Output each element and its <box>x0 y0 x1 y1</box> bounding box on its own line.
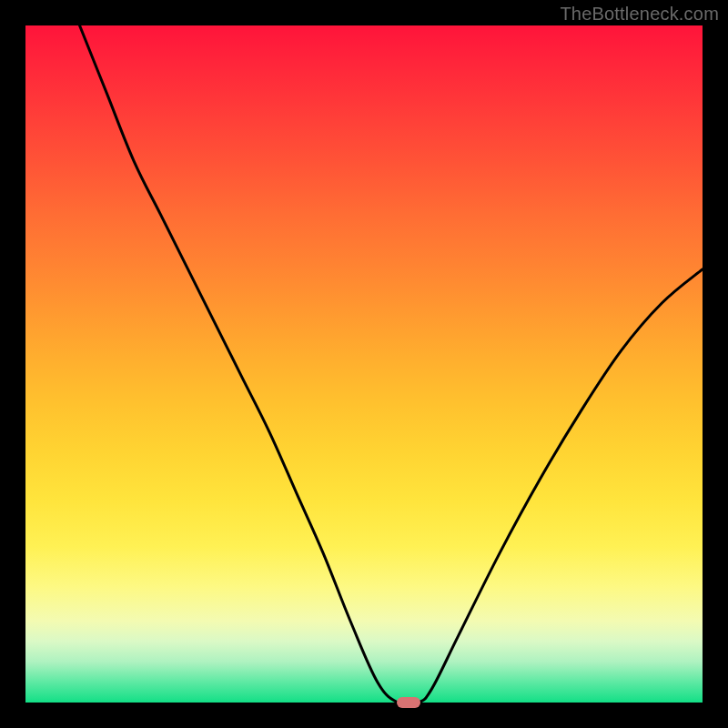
chart-frame: TheBottleneck.com <box>0 0 728 728</box>
watermark-label: TheBottleneck.com <box>560 4 719 25</box>
bottleneck-curve <box>25 25 703 703</box>
balance-marker <box>397 697 420 708</box>
